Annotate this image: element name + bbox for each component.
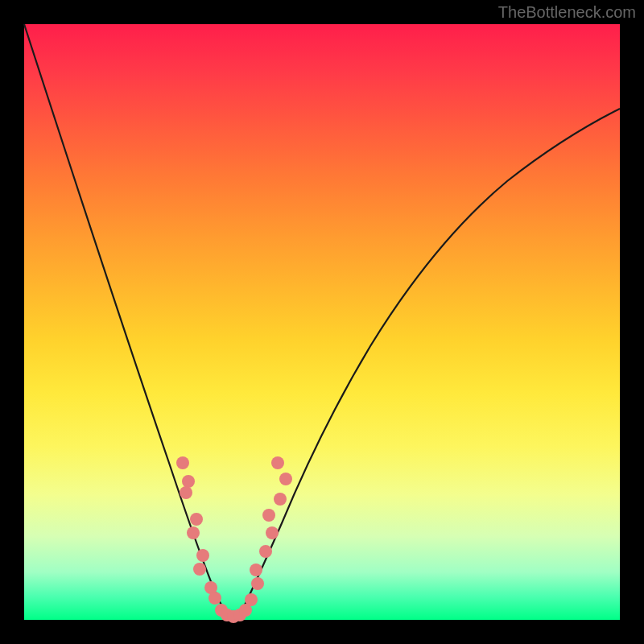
tolerance-dot <box>274 493 287 506</box>
tolerance-dot <box>271 456 284 469</box>
tolerance-dot <box>245 593 258 606</box>
right-curve <box>238 109 620 618</box>
left-curve <box>24 24 232 618</box>
plot-area <box>24 24 620 620</box>
tolerance-dot <box>176 456 189 469</box>
tolerance-dot <box>262 509 275 522</box>
chart-frame: TheBottleneck.com <box>0 0 644 644</box>
tolerance-dot <box>259 545 272 558</box>
tolerance-dot <box>182 475 195 488</box>
curve-svg <box>24 24 620 620</box>
tolerance-dot <box>250 564 262 576</box>
tolerance-dot <box>266 526 279 539</box>
tolerance-dot <box>208 592 221 605</box>
tolerance-dot <box>193 563 206 576</box>
tolerance-dot <box>180 486 192 499</box>
tolerance-dot <box>279 473 292 485</box>
attribution-text: TheBottleneck.com <box>498 3 636 22</box>
tolerance-dot <box>187 526 200 539</box>
tolerance-dot <box>196 549 209 562</box>
tolerance-dot <box>190 513 203 526</box>
tolerance-dot <box>251 577 264 590</box>
